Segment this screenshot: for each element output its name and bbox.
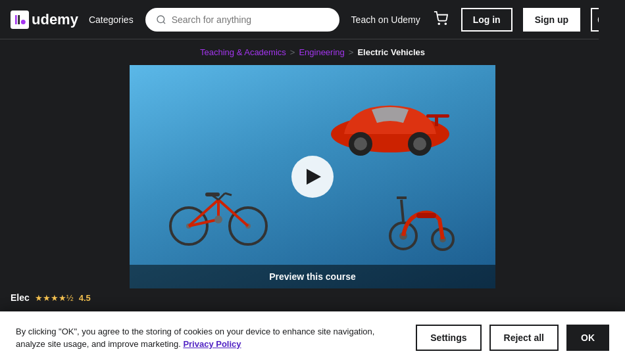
logo-text: udemy <box>32 11 78 28</box>
svg-line-3 <box>163 22 165 24</box>
svg-point-2 <box>157 16 164 23</box>
search-icon <box>156 14 166 25</box>
signup-button[interactable]: Sign up <box>523 8 580 32</box>
right-strip: time. <box>599 0 625 364</box>
cookie-link[interactable]: Privacy Policy <box>183 339 241 349</box>
svg-line-26 <box>225 193 232 195</box>
course-title: Elec <box>11 292 30 303</box>
breadcrumb-item-teaching[interactable]: Teaching & Academics <box>200 47 286 57</box>
login-button[interactable]: Log in <box>461 8 512 32</box>
svg-line-33 <box>401 200 403 221</box>
svg-point-12 <box>413 137 426 150</box>
svg-point-1 <box>21 20 26 24</box>
car-illustration <box>324 85 456 157</box>
video-preview: Preview this course <box>130 65 495 288</box>
rating-stars: ★★★★½ <box>35 293 74 303</box>
cart-icon <box>434 11 448 26</box>
svg-point-4 <box>438 23 439 24</box>
scooter-illustration <box>387 177 459 252</box>
categories-button[interactable]: Categories <box>89 14 134 25</box>
breadcrumb: Teaching & Academics > Engineering > Ele… <box>0 39 625 65</box>
bike-illustration <box>169 170 268 249</box>
svg-point-27 <box>214 216 222 223</box>
breadcrumb-separator-2: > <box>349 47 354 57</box>
preview-text: Preview this course <box>130 265 495 288</box>
main-content: Preview this course <box>0 65 625 288</box>
cookie-text: By clicking "OK", you agree to the stori… <box>16 325 400 351</box>
svg-point-5 <box>445 23 446 24</box>
search-input[interactable] <box>172 14 329 25</box>
rating-value: 4.5 <box>79 293 91 303</box>
search-bar <box>144 7 341 33</box>
play-triangle-icon <box>307 169 321 185</box>
site-header: udemy Categories Teach on Udemy Log in S… <box>0 0 625 39</box>
svg-point-10 <box>354 137 367 150</box>
breadcrumb-item-engineering[interactable]: Engineering <box>299 47 344 57</box>
svg-rect-32 <box>416 213 436 218</box>
svg-rect-14 <box>435 114 438 126</box>
play-button[interactable] <box>291 156 334 198</box>
svg-rect-24 <box>205 193 220 196</box>
cart-button[interactable] <box>431 9 451 30</box>
logo[interactable]: udemy <box>11 11 78 29</box>
teach-link[interactable]: Teach on Udemy <box>351 14 420 25</box>
reject-all-button[interactable]: Reject all <box>489 325 559 351</box>
cookie-banner: By clicking "OK", you agree to the stori… <box>0 311 625 364</box>
breadcrumb-item-electric-vehicles: Electric Vehicles <box>357 47 425 57</box>
ok-button[interactable]: OK <box>566 325 609 351</box>
settings-button[interactable]: Settings <box>416 325 481 351</box>
svg-line-20 <box>218 200 248 226</box>
cookie-buttons: Settings Reject all OK <box>416 325 609 351</box>
breadcrumb-separator-1: > <box>290 47 295 57</box>
